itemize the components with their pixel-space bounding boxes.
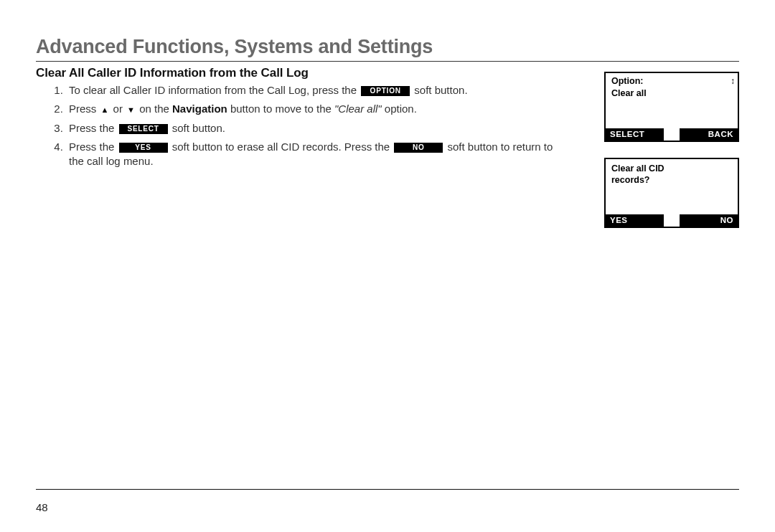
step-1-text-pre: To clear all Caller ID information from … [69,84,360,96]
step-4-mid: soft button to erase all CID records. Pr… [172,141,393,153]
step-2-or: or [113,103,126,115]
down-arrow-icon: ▼ [127,105,135,115]
instructions-column: Clear All Caller ID Information from the… [36,66,567,168]
lcd-softkey-no: NO [680,214,738,227]
step-3: Press the SELECT soft button. [66,121,567,136]
content-area: Clear All Caller ID Information from the… [36,66,739,168]
step-2: Press ▲ or ▼ on the Navigation button to… [66,102,567,116]
lcd-title: Option: [611,76,643,86]
step-2-mid: on the [139,103,172,115]
select-softkey-chip: SELECT [119,124,168,134]
page-number: 48 [36,501,48,513]
manual-page: Advanced Functions, Systems and Settings… [0,0,775,532]
step-4-pre: Press the [69,141,118,153]
step-2-post: option. [385,103,417,115]
yes-softkey-chip: YES [119,143,168,153]
no-softkey-chip: NO [394,143,443,153]
step-1: To clear all Caller ID information from … [66,83,567,98]
step-2-mid2: button to move to the [230,103,334,115]
lcd-body: Clear all [606,87,738,101]
lcd-option-screen: Option: ↕ Clear all SELECT BACK [604,72,739,142]
lcd-confirm-screen: Clear all CID records? YES NO [604,158,739,228]
navigation-button-label: Navigation [172,103,227,115]
lcd-line-2: records? [611,175,732,186]
lcd-softkey-yes: YES [606,214,664,227]
step-3-pre: Press the [69,122,118,134]
steps-list: To clear all Caller ID information from … [36,83,567,168]
footer-rule [36,489,739,490]
phone-screen-mockups: Option: ↕ Clear all SELECT BACK Clear al… [604,72,739,244]
lcd-softkey-bar: SELECT BACK [606,128,738,141]
lcd-softkey-back: BACK [680,128,738,141]
lcd-softkey-divider [664,214,680,227]
lcd-header-row: Option: ↕ [606,73,738,87]
updown-scroll-icon: ↕ [731,77,733,85]
lcd-softkey-divider [664,128,680,141]
lcd-line-1: Clear all CID [611,163,732,175]
lcd-softkey-bar: YES NO [606,214,738,227]
option-softkey-chip: OPTION [361,86,410,96]
header-rule [36,61,739,62]
page-title: Advanced Functions, Systems and Settings [36,36,739,61]
step-3-post: soft button. [172,122,225,134]
up-arrow-icon: ▲ [101,105,109,115]
clear-all-option-name: "Clear all" [334,103,382,115]
step-2-text-pre: Press [69,103,100,115]
lcd-line-clear-all: Clear all [611,88,732,100]
step-4: Press the YES soft button to erase all C… [66,140,567,169]
step-1-text-post: soft button. [414,84,467,96]
lcd-body: Clear all CID records? [606,159,738,187]
section-subheading: Clear All Caller ID Information from the… [36,66,567,80]
lcd-softkey-select: SELECT [606,128,664,141]
